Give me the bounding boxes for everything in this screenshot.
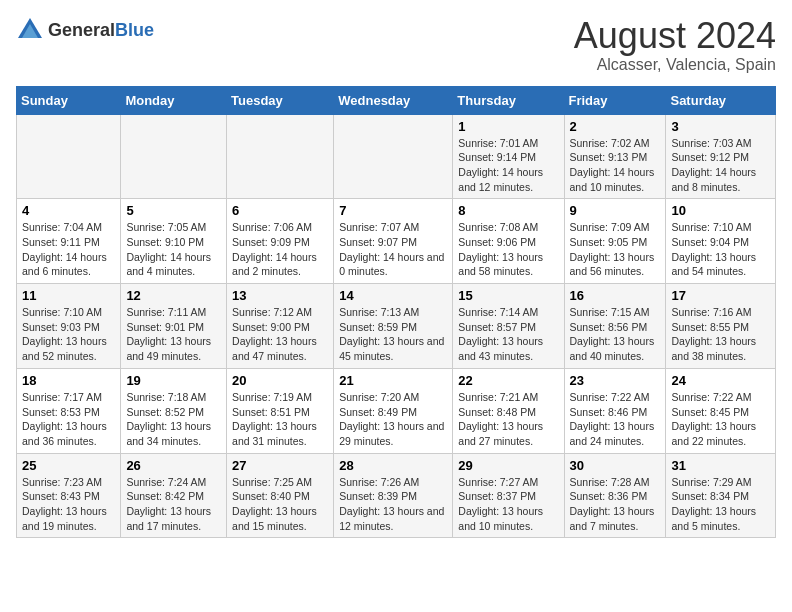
- day-number: 11: [22, 288, 115, 303]
- day-info: Sunrise: 7:12 AMSunset: 9:00 PMDaylight:…: [232, 305, 328, 364]
- calendar-cell: 31Sunrise: 7:29 AMSunset: 8:34 PMDayligh…: [666, 453, 776, 538]
- day-info: Sunrise: 7:27 AMSunset: 8:37 PMDaylight:…: [458, 475, 558, 534]
- day-info: Sunrise: 7:11 AMSunset: 9:01 PMDaylight:…: [126, 305, 221, 364]
- day-number: 4: [22, 203, 115, 218]
- calendar-cell: 27Sunrise: 7:25 AMSunset: 8:40 PMDayligh…: [227, 453, 334, 538]
- calendar-cell: 15Sunrise: 7:14 AMSunset: 8:57 PMDayligh…: [453, 284, 564, 369]
- calendar-week-row: 18Sunrise: 7:17 AMSunset: 8:53 PMDayligh…: [17, 368, 776, 453]
- calendar-header-tuesday: Tuesday: [227, 86, 334, 114]
- day-number: 17: [671, 288, 770, 303]
- subtitle: Alcasser, Valencia, Spain: [574, 56, 776, 74]
- calendar-header-saturday: Saturday: [666, 86, 776, 114]
- day-number: 22: [458, 373, 558, 388]
- day-number: 7: [339, 203, 447, 218]
- day-info: Sunrise: 7:04 AMSunset: 9:11 PMDaylight:…: [22, 220, 115, 279]
- calendar-cell: 3Sunrise: 7:03 AMSunset: 9:12 PMDaylight…: [666, 114, 776, 199]
- day-number: 31: [671, 458, 770, 473]
- calendar-cell: 8Sunrise: 7:08 AMSunset: 9:06 PMDaylight…: [453, 199, 564, 284]
- calendar-header-wednesday: Wednesday: [334, 86, 453, 114]
- calendar-cell: 18Sunrise: 7:17 AMSunset: 8:53 PMDayligh…: [17, 368, 121, 453]
- day-number: 23: [570, 373, 661, 388]
- logo-text-blue: Blue: [115, 20, 154, 40]
- day-number: 28: [339, 458, 447, 473]
- calendar-cell: 11Sunrise: 7:10 AMSunset: 9:03 PMDayligh…: [17, 284, 121, 369]
- calendar-cell: 23Sunrise: 7:22 AMSunset: 8:46 PMDayligh…: [564, 368, 666, 453]
- day-info: Sunrise: 7:17 AMSunset: 8:53 PMDaylight:…: [22, 390, 115, 449]
- calendar-header-thursday: Thursday: [453, 86, 564, 114]
- calendar-cell: 5Sunrise: 7:05 AMSunset: 9:10 PMDaylight…: [121, 199, 227, 284]
- calendar-cell: [227, 114, 334, 199]
- calendar-header-monday: Monday: [121, 86, 227, 114]
- calendar-cell: 25Sunrise: 7:23 AMSunset: 8:43 PMDayligh…: [17, 453, 121, 538]
- logo: GeneralBlue: [16, 16, 154, 44]
- title-block: August 2024 Alcasser, Valencia, Spain: [574, 16, 776, 74]
- day-info: Sunrise: 7:20 AMSunset: 8:49 PMDaylight:…: [339, 390, 447, 449]
- day-info: Sunrise: 7:13 AMSunset: 8:59 PMDaylight:…: [339, 305, 447, 364]
- calendar-cell: 17Sunrise: 7:16 AMSunset: 8:55 PMDayligh…: [666, 284, 776, 369]
- day-info: Sunrise: 7:23 AMSunset: 8:43 PMDaylight:…: [22, 475, 115, 534]
- day-info: Sunrise: 7:15 AMSunset: 8:56 PMDaylight:…: [570, 305, 661, 364]
- calendar-header-friday: Friday: [564, 86, 666, 114]
- day-number: 24: [671, 373, 770, 388]
- calendar-cell: 24Sunrise: 7:22 AMSunset: 8:45 PMDayligh…: [666, 368, 776, 453]
- day-number: 8: [458, 203, 558, 218]
- day-info: Sunrise: 7:22 AMSunset: 8:45 PMDaylight:…: [671, 390, 770, 449]
- calendar-week-row: 4Sunrise: 7:04 AMSunset: 9:11 PMDaylight…: [17, 199, 776, 284]
- main-title: August 2024: [574, 16, 776, 56]
- calendar-cell: 1Sunrise: 7:01 AMSunset: 9:14 PMDaylight…: [453, 114, 564, 199]
- day-info: Sunrise: 7:03 AMSunset: 9:12 PMDaylight:…: [671, 136, 770, 195]
- day-info: Sunrise: 7:02 AMSunset: 9:13 PMDaylight:…: [570, 136, 661, 195]
- day-number: 12: [126, 288, 221, 303]
- day-info: Sunrise: 7:26 AMSunset: 8:39 PMDaylight:…: [339, 475, 447, 534]
- calendar-cell: 2Sunrise: 7:02 AMSunset: 9:13 PMDaylight…: [564, 114, 666, 199]
- day-info: Sunrise: 7:22 AMSunset: 8:46 PMDaylight:…: [570, 390, 661, 449]
- day-number: 15: [458, 288, 558, 303]
- day-number: 10: [671, 203, 770, 218]
- day-number: 1: [458, 119, 558, 134]
- day-info: Sunrise: 7:05 AMSunset: 9:10 PMDaylight:…: [126, 220, 221, 279]
- day-number: 3: [671, 119, 770, 134]
- day-info: Sunrise: 7:25 AMSunset: 8:40 PMDaylight:…: [232, 475, 328, 534]
- calendar-cell: [121, 114, 227, 199]
- day-number: 19: [126, 373, 221, 388]
- day-info: Sunrise: 7:24 AMSunset: 8:42 PMDaylight:…: [126, 475, 221, 534]
- calendar-cell: 14Sunrise: 7:13 AMSunset: 8:59 PMDayligh…: [334, 284, 453, 369]
- day-info: Sunrise: 7:06 AMSunset: 9:09 PMDaylight:…: [232, 220, 328, 279]
- day-info: Sunrise: 7:14 AMSunset: 8:57 PMDaylight:…: [458, 305, 558, 364]
- calendar-cell: 16Sunrise: 7:15 AMSunset: 8:56 PMDayligh…: [564, 284, 666, 369]
- day-info: Sunrise: 7:09 AMSunset: 9:05 PMDaylight:…: [570, 220, 661, 279]
- day-number: 30: [570, 458, 661, 473]
- calendar-cell: 6Sunrise: 7:06 AMSunset: 9:09 PMDaylight…: [227, 199, 334, 284]
- day-number: 27: [232, 458, 328, 473]
- calendar-header-sunday: Sunday: [17, 86, 121, 114]
- day-info: Sunrise: 7:28 AMSunset: 8:36 PMDaylight:…: [570, 475, 661, 534]
- day-number: 13: [232, 288, 328, 303]
- day-number: 21: [339, 373, 447, 388]
- day-number: 20: [232, 373, 328, 388]
- calendar-cell: 19Sunrise: 7:18 AMSunset: 8:52 PMDayligh…: [121, 368, 227, 453]
- day-info: Sunrise: 7:29 AMSunset: 8:34 PMDaylight:…: [671, 475, 770, 534]
- calendar-cell: 28Sunrise: 7:26 AMSunset: 8:39 PMDayligh…: [334, 453, 453, 538]
- calendar-cell: [17, 114, 121, 199]
- calendar-cell: 13Sunrise: 7:12 AMSunset: 9:00 PMDayligh…: [227, 284, 334, 369]
- day-number: 26: [126, 458, 221, 473]
- calendar-cell: 29Sunrise: 7:27 AMSunset: 8:37 PMDayligh…: [453, 453, 564, 538]
- day-number: 5: [126, 203, 221, 218]
- day-info: Sunrise: 7:19 AMSunset: 8:51 PMDaylight:…: [232, 390, 328, 449]
- day-number: 29: [458, 458, 558, 473]
- calendar-week-row: 1Sunrise: 7:01 AMSunset: 9:14 PMDaylight…: [17, 114, 776, 199]
- calendar-table: SundayMondayTuesdayWednesdayThursdayFrid…: [16, 86, 776, 539]
- calendar-week-row: 11Sunrise: 7:10 AMSunset: 9:03 PMDayligh…: [17, 284, 776, 369]
- calendar-cell: 21Sunrise: 7:20 AMSunset: 8:49 PMDayligh…: [334, 368, 453, 453]
- day-info: Sunrise: 7:18 AMSunset: 8:52 PMDaylight:…: [126, 390, 221, 449]
- calendar-cell: 7Sunrise: 7:07 AMSunset: 9:07 PMDaylight…: [334, 199, 453, 284]
- logo-text-general: General: [48, 20, 115, 40]
- day-number: 14: [339, 288, 447, 303]
- day-number: 9: [570, 203, 661, 218]
- calendar-cell: 26Sunrise: 7:24 AMSunset: 8:42 PMDayligh…: [121, 453, 227, 538]
- calendar-cell: [334, 114, 453, 199]
- calendar-header-row: SundayMondayTuesdayWednesdayThursdayFrid…: [17, 86, 776, 114]
- calendar-cell: 22Sunrise: 7:21 AMSunset: 8:48 PMDayligh…: [453, 368, 564, 453]
- day-info: Sunrise: 7:10 AMSunset: 9:03 PMDaylight:…: [22, 305, 115, 364]
- logo-icon: [16, 16, 44, 44]
